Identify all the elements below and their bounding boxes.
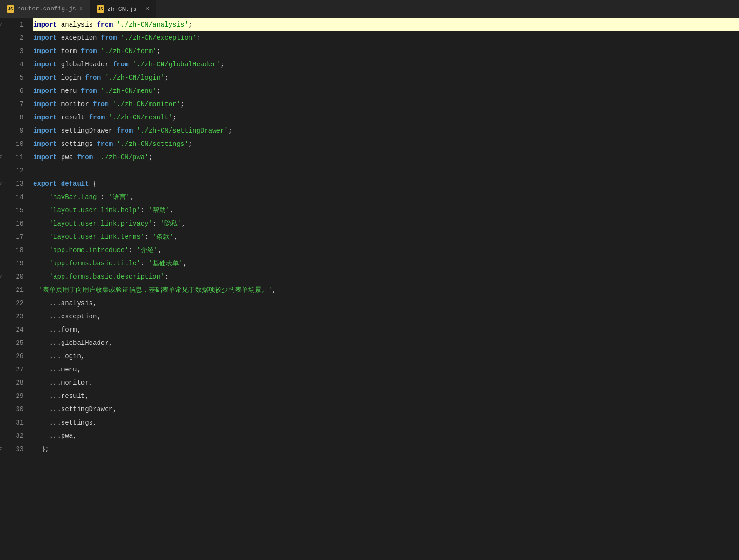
line-number: 2 [5,31,24,45]
line-number: ▽20 [5,270,24,283]
line-number: 5 [5,71,24,84]
line-number: 19 [5,257,24,270]
code-content: import analysis from './zh-CN/analysis';… [28,18,739,560]
code-line: import result from './zh-CN/result'; [33,111,739,124]
line-number: 14 [5,190,24,204]
line-number: ▽11 [5,151,24,164]
line-number: 3 [5,45,24,58]
line-number: 23 [5,310,24,323]
code-line: ...monitor, [33,376,739,389]
code-line: import pwa from './zh-CN/pwa'; [33,151,739,164]
editor-container: JSrouter.config.js×JSzh-CN.js× ▽12345678… [0,0,739,560]
line-number: 29 [5,389,24,403]
tab-label: zh-CN.js [107,6,136,13]
code-line: '表单页用于向用户收集或验证信息，基础表单常见于数据项较少的表单场景。', [33,283,739,297]
line-number: 6 [5,84,24,98]
code-line: ...pwa, [33,429,739,443]
code-line: import monitor from './zh-CN/monitor'; [33,98,739,111]
code-line: ...menu, [33,363,739,376]
code-area: ▽12345678910▽1112▽13141516171819▽2021222… [0,18,739,560]
fold-indicator[interactable]: ▽ [0,270,2,283]
line-number: 17 [5,230,24,244]
line-number: 16 [5,217,24,230]
line-number: ▽13 [5,177,24,190]
code-line: ...analysis, [33,297,739,310]
line-number: 31 [5,416,24,429]
fold-indicator[interactable]: ▽ [0,443,2,456]
tab-bar: JSrouter.config.js×JSzh-CN.js× [0,0,739,18]
code-line: }; [33,443,739,456]
code-line: ...settings, [33,416,739,429]
line-number: ▽33 [5,443,24,456]
tab-label: router.config.js [17,5,76,12]
code-line: 'app.forms.basic.description': [33,270,739,283]
code-line: 'layout.user.link.terms': '条款', [33,230,739,244]
code-line: import exception from './zh-CN/exception… [33,31,739,45]
code-line: ...globalHeader, [33,336,739,350]
code-line: import menu from './zh-CN/menu'; [33,84,739,98]
line-numbers: ▽12345678910▽1112▽13141516171819▽2021222… [0,18,28,560]
tab-icon: JS [7,5,14,13]
code-line: import settingDrawer from './zh-CN/setti… [33,124,739,137]
code-line: import form from './zh-CN/form'; [33,45,739,58]
code-line: import analysis from './zh-CN/analysis'; [33,18,739,31]
tab-close-button[interactable]: × [145,5,149,13]
code-line: export default { [33,177,739,190]
line-number: 9 [5,124,24,137]
line-number: 24 [5,323,24,336]
tab-icon: JS [97,5,104,13]
fold-indicator[interactable]: ▽ [0,151,2,164]
line-number: 27 [5,363,24,376]
code-line: import settings from './zh-CN/settings'; [33,137,739,151]
code-line: 'layout.user.link.help': '帮助', [33,204,739,217]
line-number: 21 [5,283,24,297]
code-line: 'app.home.introduce': '介绍', [33,244,739,257]
fold-indicator[interactable]: ▽ [0,177,2,190]
tab-close-button[interactable]: × [79,5,83,13]
line-number: ▽1 [5,18,24,31]
code-line: 'app.forms.basic.title': '基础表单', [33,257,739,270]
code-line: import globalHeader from './zh-CN/global… [33,58,739,71]
line-number: 30 [5,403,24,416]
line-number: 18 [5,244,24,257]
line-number: 15 [5,204,24,217]
line-number: 32 [5,429,24,443]
tab-tab-zhcn[interactable]: JSzh-CN.js× [90,0,156,18]
line-number: 12 [5,164,24,177]
line-number: 4 [5,58,24,71]
code-line [33,164,739,177]
line-number: 10 [5,137,24,151]
code-line: import login from './zh-CN/login'; [33,71,739,84]
code-line: 'layout.user.link.privacy': '隐私', [33,217,739,230]
tab-tab-router[interactable]: JSrouter.config.js× [0,0,90,18]
fold-indicator[interactable]: ▽ [0,18,2,31]
code-line: ...exception, [33,310,739,323]
line-number: 22 [5,297,24,310]
code-line: ...result, [33,389,739,403]
line-number: 26 [5,350,24,363]
line-number: 25 [5,336,24,350]
code-line: 'navBar.lang': '语言', [33,190,739,204]
line-number: 28 [5,376,24,389]
line-number: 8 [5,111,24,124]
code-line: ...settingDrawer, [33,403,739,416]
code-line: ...form, [33,323,739,336]
line-number: 7 [5,98,24,111]
code-line: ...login, [33,350,739,363]
